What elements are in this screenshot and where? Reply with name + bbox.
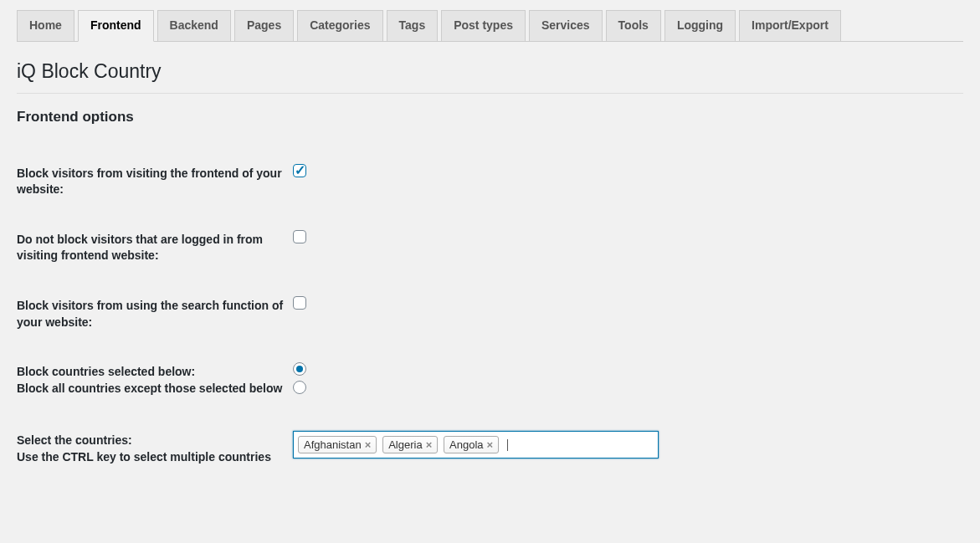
chip-label: Angola: [449, 438, 483, 451]
label-block-mode-line2: Block all countries except those selecte…: [17, 382, 282, 395]
tab-logging[interactable]: Logging: [664, 10, 736, 41]
label-select-countries-line2: Use the CTRL key to select multiple coun…: [17, 450, 271, 464]
chip-remove-icon[interactable]: ×: [426, 438, 433, 451]
tab-post-types[interactable]: Post types: [441, 10, 526, 41]
options-table: Block visitors from visiting the fronten…: [17, 149, 963, 483]
checkbox-block-frontend[interactable]: [293, 164, 306, 177]
tab-home[interactable]: Home: [17, 10, 74, 41]
input-caret: [507, 439, 508, 451]
label-block-search: Block visitors from using the search fun…: [17, 281, 293, 347]
chip-remove-icon[interactable]: ×: [365, 438, 372, 451]
nav-tabs: Home Frontend Backend Pages Categories T…: [17, 10, 963, 42]
radio-block-selected[interactable]: [293, 362, 306, 376]
chip-country: Algeria×: [382, 436, 438, 453]
tab-frontend[interactable]: Frontend: [78, 10, 154, 42]
radio-block-except[interactable]: [293, 381, 306, 394]
checkbox-no-block-loggedin[interactable]: [293, 230, 306, 243]
chip-country: Angola×: [444, 436, 499, 453]
chip-label: Afghanistan: [304, 438, 362, 451]
label-no-block-loggedin: Do not block visitors that are logged in…: [17, 215, 293, 281]
section-title: Frontend options: [17, 109, 963, 126]
label-select-countries-line1: Select the countries:: [17, 433, 132, 447]
label-block-frontend: Block visitors from visiting the fronten…: [17, 149, 293, 215]
chip-remove-icon[interactable]: ×: [487, 438, 494, 451]
chip-label: Algeria: [388, 438, 422, 451]
checkbox-block-search[interactable]: [293, 296, 306, 310]
page-title: iQ Block Country: [17, 60, 963, 83]
chip-country: Afghanistan×: [298, 436, 377, 453]
tab-pages[interactable]: Pages: [234, 10, 294, 41]
tab-categories[interactable]: Categories: [297, 10, 382, 41]
tab-tools[interactable]: Tools: [606, 10, 661, 41]
label-block-mode: Block countries selected below: Block al…: [17, 347, 293, 416]
label-block-mode-line1: Block countries selected below:: [17, 365, 195, 378]
tab-services[interactable]: Services: [529, 10, 603, 41]
tab-import-export[interactable]: Import/Export: [739, 10, 841, 41]
tab-backend[interactable]: Backend: [157, 10, 231, 41]
countries-multiselect[interactable]: Afghanistan× Algeria× Angola×: [293, 431, 659, 458]
label-select-countries: Select the countries: Use the CTRL key t…: [17, 416, 293, 482]
divider: [17, 93, 963, 94]
tab-tags[interactable]: Tags: [387, 10, 439, 41]
